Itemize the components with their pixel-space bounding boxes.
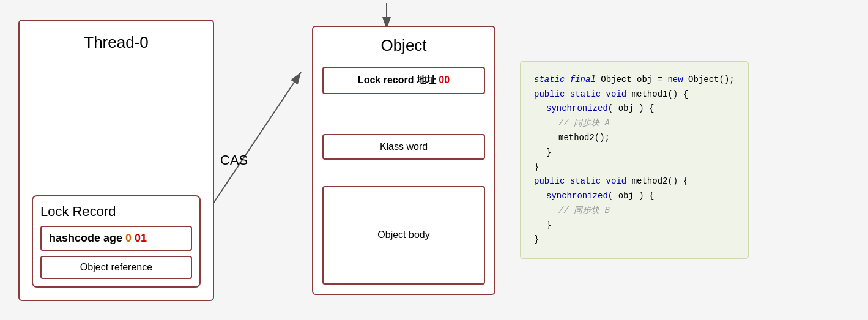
thread-label: Thread-0 xyxy=(84,33,149,52)
code-line-6: } xyxy=(534,146,735,160)
code-line-11: } xyxy=(534,218,735,233)
obj-ref-box: Object reference xyxy=(40,256,192,279)
klass-word-box: Klass word xyxy=(322,134,485,160)
object-body-box: Object body xyxy=(322,186,485,285)
hashcode-text: hashcode age xyxy=(49,232,125,244)
lock-record-box: Lock Record hashcode age 0 01 Object ref… xyxy=(32,195,201,288)
obj-ref-text: Object reference xyxy=(80,262,152,272)
arrow-area: CAS xyxy=(214,20,312,301)
code-line-5: method2(); xyxy=(534,131,735,146)
code-line-8: public static void method2() { xyxy=(534,174,735,189)
cas-label: CAS xyxy=(220,152,248,168)
object-box: Object Lock record 地址 00 Klass word Obje… xyxy=(312,26,495,295)
code-line-4: // 同步块 A xyxy=(534,116,735,131)
lock-record-label: Lock Record xyxy=(40,204,192,220)
code-line-10: // 同步块 B xyxy=(534,204,735,218)
klass-word-text: Klass word xyxy=(380,141,428,152)
code-box: static final Object obj = new Object(); … xyxy=(520,61,749,259)
object-body-text: Object body xyxy=(377,229,429,240)
thread-box: Thread-0 Lock Record hashcode age 0 01 O… xyxy=(18,20,214,301)
hashcode-num2: 01 xyxy=(135,232,147,244)
code-line-1: static final Object obj = new Object(); xyxy=(534,73,735,87)
code-line-7: } xyxy=(534,160,735,175)
code-line-9: synchronized( obj ) { xyxy=(534,189,735,204)
code-keyword-1: static final xyxy=(534,75,596,84)
code-line-3: synchronized( obj ) { xyxy=(534,102,735,116)
object-label: Object xyxy=(380,36,426,55)
code-line-2: public static void method1() { xyxy=(534,87,735,102)
code-line-12: } xyxy=(534,233,735,247)
lock-record-addr-text: Lock record 地址 xyxy=(358,75,439,85)
lock-record-addr-num: 00 xyxy=(439,75,450,85)
hashcode-box: hashcode age 0 01 xyxy=(40,226,192,251)
diagram-container: Thread-0 Lock Record hashcode age 0 01 O… xyxy=(0,0,868,320)
hashcode-num1: 0 xyxy=(125,232,135,244)
lock-record-addr-box: Lock record 地址 00 xyxy=(322,67,485,94)
